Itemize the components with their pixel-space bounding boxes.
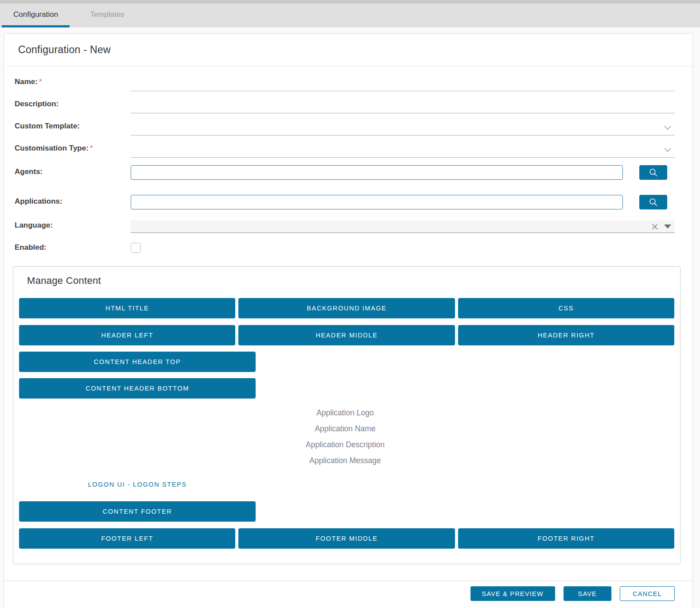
customisation-type-label: Customisation Type:* bbox=[15, 144, 131, 158]
application-description-placeholder: Application Description bbox=[238, 437, 452, 453]
save-and-preview-button[interactable]: SAVE & PREVIEW bbox=[471, 586, 555, 601]
header-left-button[interactable]: HEADER LEFT bbox=[19, 325, 235, 345]
applications-label: Applications: bbox=[15, 197, 131, 209]
application-placeholders: Application Logo Application Name Applic… bbox=[238, 405, 452, 469]
agents-search-button[interactable] bbox=[639, 165, 667, 180]
application-logo-placeholder: Application Logo bbox=[238, 405, 452, 421]
custom-template-field-row: Custom Template: bbox=[15, 113, 675, 136]
manage-content-title: Manage Content bbox=[27, 275, 674, 287]
applications-control bbox=[131, 195, 675, 209]
search-icon bbox=[649, 198, 658, 207]
name-field-row: Name:* bbox=[15, 69, 675, 91]
applications-input[interactable] bbox=[131, 195, 623, 209]
language-label: Language: bbox=[15, 221, 131, 233]
header-middle-button[interactable]: HEADER MIDDLE bbox=[238, 325, 455, 345]
configuration-panel: Configuration - New Name:* Description: … bbox=[4, 33, 693, 608]
required-asterisk: * bbox=[39, 77, 42, 86]
enabled-field-row: Enabled: bbox=[15, 233, 675, 253]
search-icon bbox=[649, 168, 658, 177]
tab-configuration-label: Configuration bbox=[13, 10, 58, 19]
tab-templates[interactable]: Templates bbox=[78, 4, 136, 27]
cancel-button[interactable]: CANCEL bbox=[620, 586, 675, 601]
enabled-control bbox=[131, 243, 141, 253]
chevron-down-icon bbox=[664, 126, 671, 130]
custom-template-select[interactable] bbox=[131, 113, 675, 136]
applications-field-row: Applications: bbox=[15, 180, 675, 209]
panel-header: Configuration - New bbox=[4, 34, 692, 66]
clear-icon[interactable] bbox=[652, 224, 658, 230]
agents-label: Agents: bbox=[15, 167, 131, 180]
content-footer-button[interactable]: CONTENT FOOTER bbox=[19, 501, 256, 522]
language-select[interactable] bbox=[131, 221, 675, 233]
panel-footer: SAVE & PREVIEW SAVE CANCEL bbox=[4, 581, 692, 608]
page-title: Configuration - New bbox=[18, 44, 111, 56]
content-preview-zone: Application Logo Application Name Applic… bbox=[19, 399, 674, 495]
background-image-button[interactable]: BACKGROUND IMAGE bbox=[238, 298, 455, 318]
customisation-type-input[interactable] bbox=[131, 144, 675, 157]
tab-templates-label: Templates bbox=[90, 10, 124, 19]
configuration-form: Name:* Description: Custom Template: bbox=[4, 66, 692, 253]
content-header-bottom-button[interactable]: CONTENT HEADER BOTTOM bbox=[19, 378, 256, 399]
description-input-wrap bbox=[131, 91, 675, 113]
caret-down-icon[interactable] bbox=[664, 225, 671, 228]
customisation-type-field-row: Customisation Type:* bbox=[15, 136, 675, 158]
custom-template-input[interactable] bbox=[131, 122, 675, 135]
chevron-down-icon bbox=[664, 148, 671, 152]
footer-right-button[interactable]: FOOTER RIGHT bbox=[458, 528, 674, 549]
description-label: Description: bbox=[15, 100, 131, 113]
footer-left-button[interactable]: FOOTER LEFT bbox=[19, 528, 235, 549]
required-asterisk: * bbox=[90, 144, 93, 152]
enabled-label: Enabled: bbox=[15, 243, 131, 253]
agents-input[interactable] bbox=[131, 165, 623, 180]
manage-content-section: Manage Content HTML TITLE BACKGROUND IMA… bbox=[13, 266, 681, 564]
tab-bar: Configuration Templates bbox=[0, 4, 700, 27]
html-title-button[interactable]: HTML TITLE bbox=[19, 298, 235, 318]
name-input[interactable] bbox=[131, 77, 675, 91]
name-label: Name:* bbox=[15, 77, 131, 91]
application-message-placeholder: Application Message bbox=[238, 453, 452, 469]
enabled-checkbox[interactable] bbox=[131, 243, 141, 253]
application-name-placeholder: Application Name bbox=[238, 421, 452, 437]
agents-field-row: Agents: bbox=[15, 158, 675, 180]
name-input-wrap bbox=[131, 69, 675, 91]
manage-content-grid: HTML TITLE BACKGROUND IMAGE CSS HEADER L… bbox=[19, 298, 674, 345]
content-header-top-button[interactable]: CONTENT HEADER TOP bbox=[19, 352, 256, 372]
footer-middle-button[interactable]: FOOTER MIDDLE bbox=[238, 528, 455, 549]
window-top-strip bbox=[0, 0, 700, 4]
applications-search-button[interactable] bbox=[639, 195, 667, 209]
customisation-type-select[interactable] bbox=[131, 136, 675, 158]
css-button[interactable]: CSS bbox=[458, 298, 674, 318]
save-button[interactable]: SAVE bbox=[564, 586, 611, 601]
tab-configuration[interactable]: Configuration bbox=[2, 4, 70, 27]
header-right-button[interactable]: HEADER RIGHT bbox=[458, 325, 674, 345]
description-field-row: Description: bbox=[15, 91, 675, 113]
agents-control bbox=[131, 165, 675, 180]
description-input[interactable] bbox=[131, 100, 675, 113]
logon-ui-logon-steps-link[interactable]: LOGON UI - LOGON STEPS bbox=[19, 481, 256, 488]
language-field-row: Language: bbox=[15, 209, 675, 233]
footer-buttons-grid: FOOTER LEFT FOOTER MIDDLE FOOTER RIGHT bbox=[19, 528, 674, 549]
custom-template-label: Custom Template: bbox=[15, 122, 131, 136]
